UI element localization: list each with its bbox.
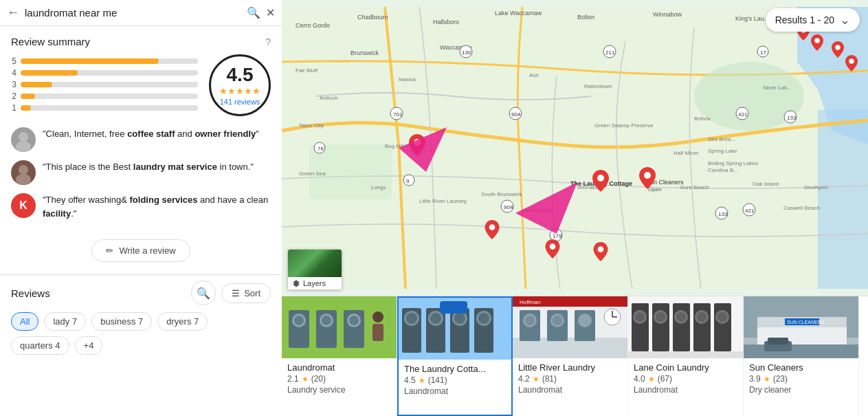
review-summary-title: Review summary <box>11 36 90 47</box>
carousel: Laundromat 2.1 ★ (20) Laundry service <box>282 296 868 416</box>
chip-more[interactable]: +4 <box>75 336 103 355</box>
bar-track-3 <box>21 82 198 87</box>
carousel-card-2[interactable]: The Laundry Cotta... 4.5 ★ (141) Laundro… <box>397 296 513 416</box>
svg-text:Lake Waccamaw: Lake Waccamaw <box>495 10 542 17</box>
svg-text:Sun Cleaners: Sun Cleaners <box>646 179 684 186</box>
carousel-card-1[interactable]: Laundromat 2.1 ★ (20) Laundry service <box>282 296 397 416</box>
svg-text:Nakina: Nakina <box>399 76 416 83</box>
svg-text:King's Lau...: King's Lau... <box>735 15 769 22</box>
svg-text:Fair Bluff: Fair Bluff <box>296 67 318 74</box>
rating-stars: ★★★★★ <box>219 86 260 96</box>
svg-text:Hoffman: Hoffman <box>520 299 540 305</box>
chip-dryers[interactable]: dryers 7 <box>157 312 208 331</box>
svg-text:Tabor City: Tabor City <box>299 122 324 129</box>
svg-text:Half Moon: Half Moon <box>674 150 698 156</box>
left-panel: ← 🔍 ✕ Review summary ? 5 4 <box>0 0 282 416</box>
svg-text:Rabontown: Rabontown <box>584 83 612 89</box>
svg-text:Ash: Ash <box>529 72 539 78</box>
svg-text:179: 179 <box>553 233 562 239</box>
card-name-2: The Laundry Cotta... <box>404 364 506 374</box>
close-icon[interactable]: ✕ <box>266 6 275 19</box>
svg-text:Southport: Southport <box>804 184 828 190</box>
chip-quarters[interactable]: quarters 4 <box>11 336 69 355</box>
svg-text:Winnabow: Winnabow <box>653 11 682 18</box>
map-container[interactable]: Cerro Gordo Chadbourn Hallsboro Lake Wac… <box>282 0 868 296</box>
svg-text:Spring Lake: Spring Lake <box>708 148 737 154</box>
card-type-3: Laundromat <box>518 385 622 395</box>
sort-button[interactable]: ☰ Sort <box>221 283 271 303</box>
svg-rect-109 <box>440 301 467 314</box>
rating-count[interactable]: 141 reviews <box>220 98 260 106</box>
write-review-button[interactable]: ✏ Write a review <box>91 239 190 262</box>
search-icon[interactable]: 🔍 <box>247 6 260 19</box>
bar-fill-1 <box>21 105 31 111</box>
card-name-4: Lane Coin Laundry <box>634 362 737 373</box>
svg-point-0 <box>19 132 28 142</box>
bar-label-3: 3 <box>11 80 16 89</box>
bars-column: 5 4 3 2 <box>11 56 198 115</box>
bar-track-4 <box>21 70 198 76</box>
chip-lady[interactable]: lady 7 <box>44 312 86 331</box>
card-rating-row-4: 4.0 ★ (67) <box>634 374 737 384</box>
map-area: Cerro Gordo Chadbourn Hallsboro Lake Wac… <box>282 0 868 416</box>
card-img-svg-3: Hoffman <box>513 296 627 358</box>
write-review-label: Write a review <box>119 245 175 256</box>
results-bar: Results 1 - 20 ⌄ <box>766 8 860 32</box>
svg-text:Green Sea: Green Sea <box>299 171 326 177</box>
layers-button[interactable]: Layers <box>288 277 342 289</box>
card-info-3: Little River Laundry 4.2 ★ (81) Laundrom… <box>513 358 627 399</box>
card-rating-1: 2.1 <box>287 374 299 384</box>
reviews-title: Reviews <box>11 287 50 299</box>
review-summary-header: Review summary ? <box>11 36 271 47</box>
carousel-card-5[interactable]: SUN CLEANERS Sun Cleaners 3.9 ★ (23) Dry… <box>744 296 859 416</box>
results-text: Results 1 - 20 <box>775 14 834 25</box>
svg-point-120 <box>578 314 592 327</box>
svg-text:130: 130 <box>462 50 471 56</box>
snippet-row-1: "Clean, Internet, free coffee staff and … <box>11 127 271 152</box>
card-name-3: Little River Laundry <box>518 362 622 373</box>
card-rating-3: 4.2 <box>518 374 530 384</box>
svg-text:211: 211 <box>605 50 615 56</box>
search-bar: ← 🔍 ✕ <box>0 0 282 26</box>
svg-point-99 <box>406 313 417 324</box>
write-review-icon: ✏ <box>106 245 113 256</box>
bar-track-5 <box>21 58 198 64</box>
svg-text:133: 133 <box>718 211 728 217</box>
help-icon[interactable]: ? <box>265 36 271 47</box>
card-rating-5: 3.9 <box>749 374 761 384</box>
svg-text:76: 76 <box>318 146 324 152</box>
search-reviews-button[interactable]: 🔍 <box>191 281 216 305</box>
svg-text:133: 133 <box>787 115 797 121</box>
card-type-1: Laundry service <box>287 385 391 395</box>
svg-text:Green Swamp Preserve: Green Swamp Preserve <box>594 122 654 129</box>
card-img-1 <box>282 296 397 358</box>
chip-business[interactable]: business 7 <box>91 312 152 331</box>
card-stars-5: ★ <box>764 375 770 384</box>
card-img-2 <box>399 298 511 360</box>
sort-label: Sort <box>244 288 260 298</box>
card-review-count-5: (23) <box>773 374 788 384</box>
svg-text:Chadbourn: Chadbourn <box>357 14 388 21</box>
carousel-card-4[interactable]: Lane Coin Laundry 4.0 ★ (67) Laundromat <box>628 296 744 416</box>
card-info-1: Laundromat 2.1 ★ (20) Laundry service <box>282 358 397 399</box>
svg-point-135 <box>676 312 686 322</box>
results-chevron-icon[interactable]: ⌄ <box>840 12 850 28</box>
card-rating-row-5: 3.9 ★ (23) <box>749 374 853 384</box>
card-img-svg-2 <box>399 298 511 360</box>
chip-all[interactable]: All <box>11 312 38 331</box>
card-review-count-3: (81) <box>542 374 557 384</box>
svg-point-105 <box>454 313 465 324</box>
layers-thumbnail-img <box>288 250 342 277</box>
carousel-card-3[interactable]: Hoffman Little River Laundry 4.2 ★ (81) … <box>513 296 628 416</box>
card-rating-row-3: 4.2 ★ (81) <box>518 374 622 384</box>
card-name-1: Laundromat <box>287 362 391 373</box>
svg-point-2 <box>19 165 28 175</box>
svg-text:904: 904 <box>504 204 513 210</box>
svg-text:Kure Beach: Kure Beach <box>680 184 709 190</box>
back-button[interactable]: ← <box>7 6 19 20</box>
layers-icon <box>292 279 300 287</box>
bar-fill-5 <box>21 58 159 64</box>
card-info-2: The Laundry Cotta... 4.5 ★ (141) Laundro… <box>399 360 511 400</box>
search-input[interactable] <box>25 7 241 19</box>
card-rating-2: 4.5 <box>404 375 416 385</box>
